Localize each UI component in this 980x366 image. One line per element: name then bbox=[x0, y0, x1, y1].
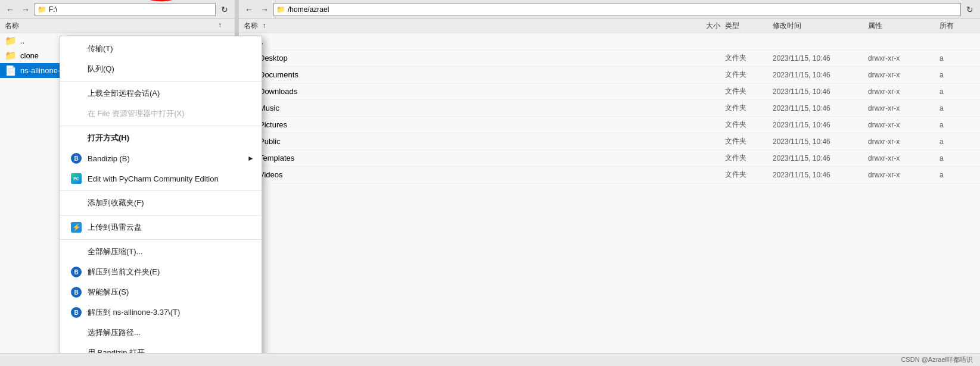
menu-item-upload-all[interactable]: 上载全部远程会话(A) bbox=[60, 83, 262, 104]
right-col-date-header: 修改时间 bbox=[773, 21, 868, 31]
bandizip-menu-icon: B bbox=[70, 152, 83, 165]
right-col-name-header: 名称 ↑ bbox=[244, 21, 677, 31]
right-forward-button[interactable]: → bbox=[258, 3, 271, 16]
right-file-date: 2023/11/15, 10:46 bbox=[773, 154, 868, 162]
right-file-type: 文件夹 bbox=[725, 170, 773, 180]
menu-label-open-with: 打开方式(H) bbox=[88, 133, 129, 143]
bottom-bar: CSDN @Azrael咩都唔识 bbox=[0, 353, 980, 366]
right-list-item[interactable]: 📁 Music 文件夹 2023/11/15, 10:46 drwxr-xr-x… bbox=[239, 100, 980, 117]
right-file-name: Music bbox=[259, 104, 279, 112]
menu-label-open-file: 在 File 资源管理器中打开(X) bbox=[88, 108, 185, 119]
menu-item-choose-path[interactable]: 选择解压路径... bbox=[60, 323, 262, 343]
right-list-header: 名称 ↑ 大小 类型 修改时间 属性 所有 bbox=[239, 19, 980, 33]
right-col-size-header: 大小 bbox=[677, 21, 725, 31]
menu-item-xunlei[interactable]: ⚡ 上传到迅雷云盘 bbox=[60, 217, 262, 237]
right-list-item[interactable]: 📁 Templates 文件夹 2023/11/15, 10:46 drwxr-… bbox=[239, 150, 980, 167]
forward-button[interactable]: → bbox=[19, 3, 32, 16]
right-file-owner: a bbox=[939, 154, 975, 162]
right-file-perm: drwxr-xr-x bbox=[868, 54, 939, 62]
main-layout: ← → 📁 F:\ ↻ 名称 ↑ 📁 .. 📁 clone bbox=[0, 0, 980, 353]
right-file-name: Pictures bbox=[259, 120, 287, 129]
right-file-date: 2023/11/15, 10:46 bbox=[773, 87, 868, 96]
submenu-arrow: ► bbox=[247, 154, 254, 162]
folder-icon: 📁 bbox=[5, 50, 17, 61]
xunlei-menu-icon: ⚡ bbox=[70, 221, 83, 234]
back-button[interactable]: ← bbox=[4, 3, 17, 16]
right-file-owner: a bbox=[939, 71, 975, 79]
left-address-bar[interactable]: 📁 F:\ bbox=[35, 3, 216, 16]
right-file-perm: drwxr-xr-x bbox=[868, 137, 939, 146]
menu-item-queue[interactable]: 队列(Q) bbox=[60, 59, 262, 79]
right-toolbar: ← → 📁 /home/azrael ↻ bbox=[239, 0, 980, 19]
parent-folder-icon: 📁 bbox=[5, 35, 17, 46]
right-col-perm-header: 属性 bbox=[868, 21, 939, 31]
right-back-button[interactable]: ← bbox=[242, 3, 256, 16]
extract-to-icon: B bbox=[70, 306, 83, 319]
menu-label-extract-here: 解压到当前文件夹(E) bbox=[88, 267, 160, 277]
open-bandizip-icon bbox=[70, 346, 83, 353]
right-address-bar[interactable]: 📁 /home/azrael bbox=[273, 3, 961, 16]
right-col-sort-arrow: ↑ bbox=[262, 21, 266, 30]
extract-here-icon: B bbox=[70, 265, 83, 279]
right-file-owner: a bbox=[939, 171, 975, 179]
menu-item-transfer[interactable]: 传输(T) bbox=[60, 39, 262, 59]
pycharm-menu-icon: PC bbox=[70, 172, 83, 185]
menu-item-bandizip[interactable]: B Bandizip (B) ► bbox=[60, 148, 262, 168]
right-file-name: Desktop bbox=[259, 54, 288, 62]
menu-item-extract-to[interactable]: B 解压到 ns-allinone-3.37\(T) bbox=[60, 302, 262, 323]
right-file-perm: drwxr-xr-x bbox=[868, 121, 939, 129]
right-folder-icon: 📁 bbox=[276, 5, 285, 14]
menu-label-upload-all: 上载全部远程会话(A) bbox=[88, 88, 160, 99]
right-file-owner: a bbox=[939, 104, 975, 112]
menu-item-pycharm[interactable]: PC Edit with PyCharm Community Edition bbox=[60, 168, 262, 189]
file-icon: 📄 bbox=[5, 65, 17, 76]
menu-separator-1 bbox=[60, 81, 262, 82]
right-file-owner: a bbox=[939, 137, 975, 146]
fav-icon bbox=[70, 196, 83, 209]
right-file-perm: drwxr-xr-x bbox=[868, 104, 939, 112]
menu-item-open-with[interactable]: 打开方式(H) bbox=[60, 128, 262, 148]
watermark-text: CSDN @Azrael咩都唔识 bbox=[901, 355, 973, 364]
right-list-item[interactable]: 📁 Videos 文件夹 2023/11/15, 10:46 drwxr-xr-… bbox=[239, 167, 980, 183]
right-list-item[interactable]: 📁 Pictures 文件夹 2023/11/15, 10:46 drwxr-x… bbox=[239, 117, 980, 133]
right-col-type-header: 类型 bbox=[725, 21, 773, 31]
smart-extract-icon: B bbox=[70, 286, 83, 299]
right-file-type: 文件夹 bbox=[725, 53, 773, 63]
folder-icon: 📁 bbox=[38, 5, 46, 14]
menu-separator-5 bbox=[60, 239, 262, 240]
right-list-item[interactable]: 📁 .. bbox=[239, 33, 980, 50]
menu-item-extract-here[interactable]: B 解压到当前文件夹(E) bbox=[60, 262, 262, 282]
menu-label-queue: 队列(Q) bbox=[88, 64, 114, 74]
right-file-perm: drwxr-xr-x bbox=[868, 87, 939, 96]
menu-item-extract-all[interactable]: 全部解压缩(T)... bbox=[60, 242, 262, 262]
choose-path-icon bbox=[70, 326, 83, 339]
file-mgr-icon bbox=[70, 107, 83, 120]
right-file-perm: drwxr-xr-x bbox=[868, 171, 939, 179]
extract-all-icon bbox=[70, 245, 83, 258]
menu-label-extract-to: 解压到 ns-allinone-3.37\(T) bbox=[88, 307, 180, 318]
menu-separator-3 bbox=[60, 190, 262, 191]
context-menu: 传输(T) 队列(Q) 上载全部远程会话(A) 在 File 资源管理器中打开(… bbox=[60, 36, 262, 353]
left-col-arrow: ↑ bbox=[218, 21, 230, 31]
right-refresh-button[interactable]: ↻ bbox=[963, 3, 976, 16]
refresh-button[interactable]: ↻ bbox=[218, 3, 231, 16]
left-list-header: 名称 ↑ bbox=[0, 19, 235, 33]
menu-label-open-bandizip: 用 Bandizip 打开... bbox=[88, 348, 151, 353]
menu-item-smart-extract[interactable]: B 智能解压(S) bbox=[60, 282, 262, 302]
menu-item-open-bandizip[interactable]: 用 Bandizip 打开... bbox=[60, 343, 262, 353]
right-list-item[interactable]: 📁 Public 文件夹 2023/11/15, 10:46 drwxr-xr-… bbox=[239, 133, 980, 150]
right-address-text: /home/azrael bbox=[288, 5, 329, 14]
right-file-date: 2023/11/15, 10:46 bbox=[773, 171, 868, 179]
right-file-list: 📁 .. 📁 Desktop 文件夹 2023/11/15, 10:46 drw… bbox=[239, 33, 980, 353]
right-file-type: 文件夹 bbox=[725, 120, 773, 130]
left-toolbar: ← → 📁 F:\ ↻ bbox=[0, 0, 235, 19]
right-list-item[interactable]: 📁 Desktop 文件夹 2023/11/15, 10:46 drwxr-xr… bbox=[239, 50, 980, 67]
menu-separator-2 bbox=[60, 126, 262, 126]
right-file-date: 2023/11/15, 10:46 bbox=[773, 104, 868, 112]
menu-item-add-fav[interactable]: 添加到收藏夹(F) bbox=[60, 193, 262, 213]
menu-label-smart-extract: 智能解压(S) bbox=[88, 287, 129, 298]
right-file-owner: a bbox=[939, 54, 975, 62]
right-col-name-label: 名称 bbox=[244, 21, 258, 30]
right-list-item[interactable]: 📁 Documents 文件夹 2023/11/15, 10:46 drwxr-… bbox=[239, 67, 980, 83]
right-list-item[interactable]: 📁 Downloads 文件夹 2023/11/15, 10:46 drwxr-… bbox=[239, 83, 980, 100]
